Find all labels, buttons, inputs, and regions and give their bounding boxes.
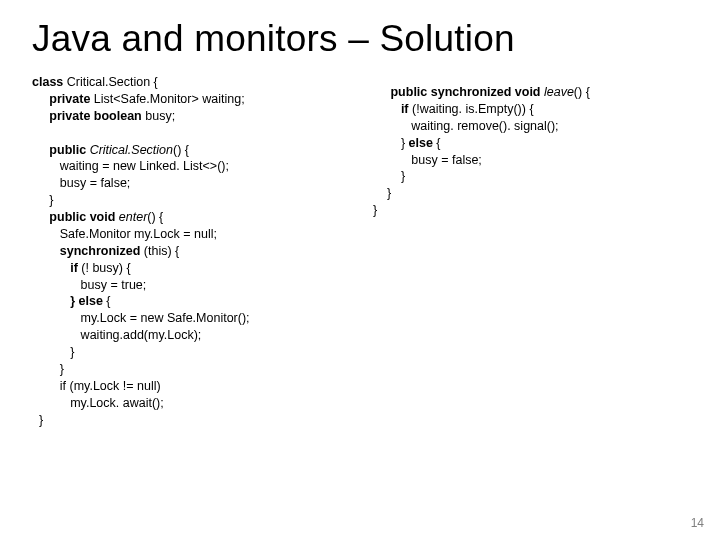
slide: Java and monitors – Solution class Criti… [0, 0, 720, 540]
slide-title: Java and monitors – Solution [32, 18, 688, 60]
code-right-column: public synchronized void leave() { if (!… [373, 74, 688, 219]
page-number: 14 [691, 516, 704, 530]
code-left-column: class Critical.Section { private List<Sa… [32, 74, 373, 428]
code-columns: class Critical.Section { private List<Sa… [32, 74, 688, 428]
